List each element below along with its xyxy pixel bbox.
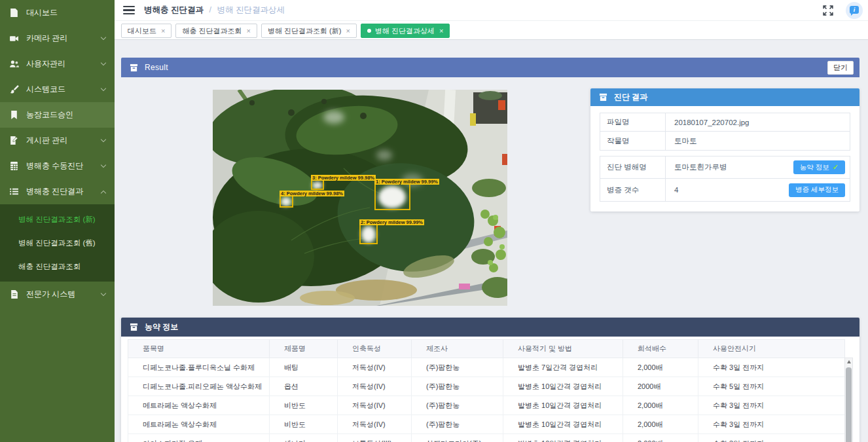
tab-dashboard[interactable]: 대시보드 ×	[121, 24, 172, 38]
scrollbar-up-icon[interactable]	[845, 358, 852, 366]
tab-disease-result-detail[interactable]: 병해 진단결과상세 ×	[361, 24, 450, 38]
sidebar-item-camera[interactable]: 카메라 관리	[0, 26, 115, 51]
detection-label: 1: Powdery mildew 99.99%	[374, 179, 439, 185]
info-bubble-icon[interactable]: i	[846, 2, 863, 19]
breadcrumb: 병해충 진단결과 / 병해 진단결과상세	[144, 5, 285, 16]
table-row: 파일명 20180107_220702.jpg	[600, 113, 850, 132]
diagnosis-panel-header: 진단 결과	[590, 88, 859, 106]
sidebar-item-expert-system[interactable]: 전문가 시스템	[0, 282, 115, 307]
cell: 발병초 7일간격 경엽처리	[503, 358, 623, 377]
cell: 2,000배	[623, 396, 698, 415]
cell: 수확 5일 전까지	[698, 377, 845, 396]
sidebar-subitem-label: 병해 진단결과조회 (舊)	[18, 238, 96, 248]
cell: 저독성(IV)	[338, 377, 412, 396]
fullscreen-icon[interactable]	[822, 5, 834, 16]
tab-label: 대시보드	[128, 26, 156, 36]
archive-icon	[599, 93, 607, 101]
sidebar-item-label: 농장코드승인	[26, 109, 73, 120]
chevron-down-icon	[101, 162, 106, 168]
sidebar-item-manual-diagnosis[interactable]: 병해충 수동진단	[0, 153, 115, 179]
scrollbar-thumb[interactable]	[846, 367, 852, 442]
cell: 발병초 10일간격 경엽처리	[503, 377, 623, 396]
bookmark-icon	[9, 110, 19, 120]
cell: 2,000배	[623, 358, 698, 377]
list-icon	[9, 187, 19, 196]
sidebar-subitem-disease-results-old[interactable]: 병해 진단결과조회 (舊)	[0, 231, 115, 255]
table-row: 작물명 토마토	[600, 132, 850, 150]
cell: 비반도	[270, 396, 338, 415]
close-icon[interactable]: ×	[161, 27, 165, 35]
tab-pest-results[interactable]: 해충 진단결과조회 ×	[175, 24, 257, 38]
chevron-down-icon	[101, 60, 106, 65]
cell: 저독성(IV)	[338, 396, 412, 415]
cell: 발병초 10일간격 경엽처리	[503, 434, 623, 442]
sidebar-item-system-code[interactable]: 시스템코드	[0, 77, 115, 102]
brush-icon	[9, 84, 19, 94]
table-row: 디페노코나졸.피리오페논 액상수화제옵션저독성(IV)(주)팜한농발병초 10일…	[128, 377, 845, 396]
top-bar: 병해충 진단결과 / 병해 진단결과상세 i	[115, 0, 868, 21]
sidebar: 대시보드 카메라 관리 사용자관리 시스템코드 농장코드승인 게시판 관리	[0, 0, 115, 442]
sidebar-item-dashboard[interactable]: 대시보드	[0, 0, 115, 26]
sidebar-subitem-disease-results-new[interactable]: 병해 진단결과조회 (新)	[0, 208, 115, 231]
crop-name-value: 토마토	[666, 136, 850, 146]
table-row: 아이소피라잠 유제새나리보통독성(III)신젠타코리아(주)발병초 10일간격 …	[128, 434, 845, 442]
sidebar-item-label: 병해충 수동진단	[26, 160, 83, 172]
diagnosis-detail-table: 진단 병해명 토마토흰가루병 농약 정보 ✓ 병증 갯수 4 병증 세부정보	[600, 156, 850, 202]
close-icon[interactable]: ×	[439, 27, 443, 35]
menu-icon[interactable]	[123, 6, 135, 14]
sidebar-item-label: 게시판 관리	[26, 135, 67, 146]
field-label: 병증 갯수	[600, 179, 666, 201]
col-toxicity: 인축독성	[338, 340, 412, 358]
app-root: 대시보드 카메라 관리 사용자관리 시스템코드 농장코드승인 게시판 관리	[0, 0, 868, 442]
sidebar-item-board[interactable]: 게시판 관리	[0, 128, 115, 153]
chevron-down-icon	[101, 137, 106, 142]
sidebar-item-diagnosis-results[interactable]: 병해충 진단결과	[0, 179, 115, 204]
col-dilution: 희석배수	[623, 340, 698, 358]
diagnosis-panel-body: 파일명 20180107_220702.jpg 작물명 토마토 진단 병해명 토…	[590, 106, 859, 202]
detection-box-3: 3: Powdery mildew 99.98%	[311, 179, 324, 190]
file-icon	[9, 8, 19, 18]
close-button[interactable]: 닫기	[827, 61, 854, 75]
board-icon	[9, 136, 19, 145]
breadcrumb-parent[interactable]: 병해충 진단결과	[144, 5, 204, 14]
col-manufacturer: 제조사	[412, 340, 503, 358]
pesticide-panel-body: 품목명 제품명 인축독성 제조사 사용적기 및 방법 희석배수 사용안전시기	[121, 337, 859, 442]
cell: 2000배	[623, 377, 698, 396]
disease-name-value: 토마토흰가루병	[666, 162, 793, 172]
archive-icon	[130, 323, 138, 331]
cell: 저독성(IV)	[338, 358, 412, 377]
breadcrumb-current: 병해 진단결과상세	[217, 5, 284, 14]
close-icon[interactable]: ×	[247, 27, 251, 35]
file-name-value: 20180107_220702.jpg	[666, 119, 850, 126]
cell: 메트라페논 액상수화제	[128, 415, 270, 434]
chevron-down-icon	[101, 35, 106, 40]
cell: 아이소피라잠 유제	[128, 434, 270, 442]
cell: 수확 3일 전까지	[698, 396, 845, 415]
chevron-down-icon	[101, 291, 106, 296]
symptom-count-value: 4	[666, 186, 789, 194]
cell: (주)팜한농	[412, 415, 503, 434]
symptom-detail-button[interactable]: 병증 세부정보	[789, 183, 845, 197]
sidebar-item-farm-code-approval[interactable]: 농장코드승인	[0, 102, 115, 128]
button-label: 농약 정보	[800, 163, 829, 172]
sidebar-item-label: 전문가 시스템	[26, 289, 75, 300]
cell: 옵션	[270, 377, 338, 396]
pesticide-panel-title: 농약 정보	[145, 322, 178, 333]
button-label: 병증 세부정보	[795, 185, 839, 194]
sidebar-item-users[interactable]: 사용자관리	[0, 51, 115, 77]
tab-disease-results-new[interactable]: 병해 진단결과조회 (新) ×	[261, 24, 357, 38]
grid-icon	[9, 161, 19, 171]
sidebar-item-label: 병해충 진단결과	[26, 186, 83, 197]
cell: 2,000배	[623, 415, 698, 434]
tab-label: 병해 진단결과조회 (新)	[268, 26, 341, 36]
active-dot-icon	[367, 29, 371, 33]
cell: 메트라페논 액상수화제	[128, 396, 270, 415]
table-header-row: 품목명 제품명 인축독성 제조사 사용적기 및 방법 희석배수 사용안전시기	[128, 340, 845, 358]
pesticide-info-button[interactable]: 농약 정보 ✓	[793, 160, 845, 174]
sidebar-subitem-pest-results[interactable]: 해충 진단결과조회	[0, 255, 115, 278]
sidebar-subitem-label: 해충 진단결과조회	[18, 262, 81, 272]
detection-label: 3: Powdery mildew 99.98%	[311, 175, 376, 181]
sidebar-item-label: 시스템코드	[26, 84, 65, 95]
close-icon[interactable]: ×	[346, 27, 350, 35]
cell: (주)팜한농	[412, 377, 503, 396]
